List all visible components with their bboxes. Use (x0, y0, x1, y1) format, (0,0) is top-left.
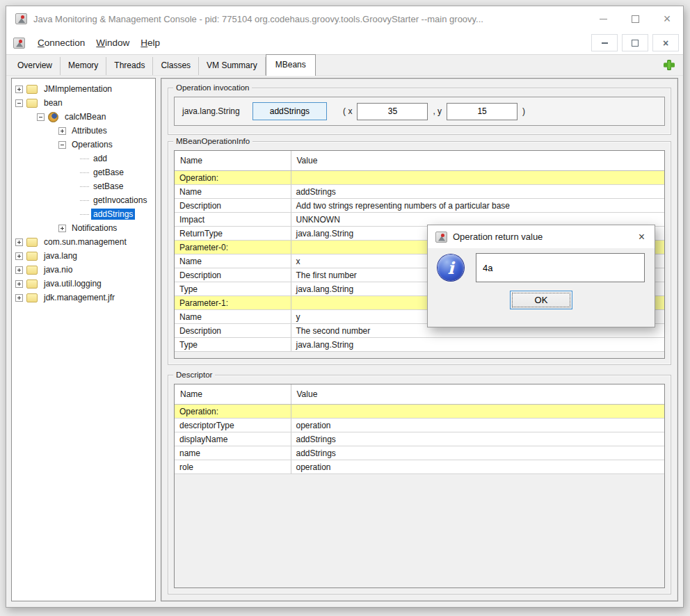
main-content: JMImplementationbeancalcMBeanAttributesO… (6, 76, 683, 607)
tree-item-label: getBase (91, 167, 126, 178)
tree-connector (80, 200, 89, 201)
menu-window[interactable]: Window (90, 35, 135, 51)
tree-item-label: setBase (91, 181, 125, 192)
tree-connector (80, 159, 89, 159)
value-cell: java.lang.String (291, 338, 664, 352)
dialog-title: Operation return value (453, 232, 636, 242)
tree-item-setbase[interactable]: setBase (12, 179, 155, 193)
return-value-field[interactable] (476, 253, 645, 282)
collapse-icon[interactable] (37, 113, 45, 121)
value-cell: Add two strings representing numbers of … (291, 199, 664, 213)
tree-item-bean[interactable]: bean (12, 96, 155, 110)
expand-icon[interactable] (58, 225, 66, 232)
table-row[interactable]: Operation: (175, 171, 664, 185)
tree-item-operations[interactable]: Operations (12, 138, 155, 152)
close-paren-label: ) (522, 106, 525, 116)
dialog-title-bar: Operation return value × (428, 225, 655, 248)
tree-connector (80, 186, 89, 187)
tree-item-label: java.util.logging (42, 278, 104, 289)
minimize-icon (600, 19, 607, 19)
table-row[interactable]: NameaddStrings (175, 185, 664, 199)
tab-mbeans[interactable]: MBeans (266, 54, 316, 76)
dialog-close-icon[interactable]: × (636, 231, 647, 243)
tree-item-java-nio[interactable]: java.nio (12, 263, 155, 277)
name-cell: displayName (175, 432, 291, 446)
param-x-input[interactable] (357, 103, 428, 120)
group-title: Descriptor (173, 371, 215, 379)
descriptor-table-wrap: NameValueOperation:descriptorTypeoperati… (174, 384, 665, 588)
expand-icon[interactable] (15, 266, 23, 274)
frame-restore-button[interactable] (622, 34, 648, 51)
collapse-icon[interactable] (58, 141, 66, 149)
table-row[interactable]: displayNameaddStrings (175, 432, 664, 446)
tree-item-label: jdk.management.jfr (42, 292, 117, 303)
table-row[interactable]: roleoperation (175, 460, 664, 474)
tree-item-addstrings[interactable]: addStrings (12, 207, 155, 221)
value-cell (291, 171, 664, 185)
tab-bar: OverviewMemoryThreadsClassesVM SummaryMB… (6, 55, 683, 76)
tab-classes[interactable]: Classes (153, 57, 199, 75)
folder-icon (26, 279, 38, 289)
tree-item-java-util-logging[interactable]: java.util.logging (12, 277, 155, 291)
expand-icon[interactable] (15, 252, 23, 260)
frame-close-button[interactable]: × (652, 34, 679, 51)
expand-icon[interactable] (15, 280, 23, 288)
tab-memory[interactable]: Memory (61, 57, 106, 75)
folder-icon (26, 252, 38, 261)
tab-vm-summary[interactable]: VM Summary (199, 57, 266, 75)
invoke-addstrings-button[interactable]: addStrings (252, 102, 327, 120)
value-cell: operation (291, 419, 664, 432)
collapse-icon[interactable] (15, 99, 23, 107)
tab-overview[interactable]: Overview (10, 57, 61, 75)
close-button[interactable]: × (651, 6, 683, 31)
tree-item-label: java.lang (42, 250, 79, 261)
table-row[interactable]: Operation: (175, 405, 664, 419)
jconsole-dialog-icon (435, 232, 447, 243)
name-cell: Description (175, 268, 291, 282)
dialog-content-row: i (438, 253, 645, 282)
tree-item-label: add (91, 153, 109, 164)
param-y-input[interactable] (447, 103, 518, 120)
return-type-label: java.lang.String (182, 106, 240, 116)
tree-item-com-sun-management[interactable]: com.sun.management (12, 235, 155, 249)
expand-icon[interactable] (15, 294, 23, 302)
tree-item-notifications[interactable]: Notifications (12, 221, 155, 235)
table-header-row: NameValue (175, 151, 664, 171)
window-title: Java Monitoring & Management Console - p… (33, 14, 587, 24)
expand-icon[interactable] (58, 127, 66, 135)
minimize-button[interactable] (587, 6, 619, 31)
name-cell: descriptorType (175, 419, 291, 432)
column-header: Value (291, 151, 664, 171)
tree-item-getinvocations[interactable]: getInvocations (12, 193, 155, 207)
close-icon: × (664, 12, 671, 26)
expand-icon[interactable] (15, 238, 23, 246)
dialog-button-row: OK (438, 291, 645, 309)
frame-minimize-button[interactable] (591, 34, 618, 51)
tree-item-attributes[interactable]: Attributes (12, 124, 155, 138)
descriptor-group: Descriptor NameValueOperation:descriptor… (168, 375, 671, 594)
tree-item-add[interactable]: add (12, 152, 155, 165)
value-cell: addStrings (291, 446, 664, 460)
table-row[interactable]: descriptorTypeoperation (175, 419, 664, 432)
table-row[interactable]: nameaddStrings (175, 446, 664, 460)
tree-item-getbase[interactable]: getBase (12, 165, 155, 179)
operation-return-dialog: Operation return value × i OK (427, 225, 655, 327)
ok-button[interactable]: OK (510, 291, 572, 309)
dialog-body: i OK (428, 248, 655, 309)
menu-bar: Connection Window Help × (6, 31, 683, 55)
menu-help[interactable]: Help (135, 35, 166, 51)
tree-item-jdk-management-jfr[interactable]: jdk.management.jfr (12, 291, 155, 305)
tree-item-label: java.nio (42, 264, 74, 275)
tree-item-java-lang[interactable]: java.lang (12, 249, 155, 263)
tree-item-calcmbean[interactable]: calcMBean (12, 110, 155, 124)
table-row[interactable]: DescriptionAdd two strings representing … (175, 199, 664, 213)
tree-item-jmimplementation[interactable]: JMImplementation (12, 82, 155, 96)
maximize-button[interactable] (619, 6, 651, 31)
table-row[interactable]: Typejava.lang.String (175, 338, 664, 352)
mbean-icon (48, 112, 58, 122)
value-cell (291, 405, 664, 419)
tab-threads[interactable]: Threads (106, 57, 153, 75)
expand-icon[interactable] (15, 86, 23, 93)
tree-item-label: Operations (70, 139, 115, 150)
menu-connection[interactable]: Connection (32, 35, 90, 51)
